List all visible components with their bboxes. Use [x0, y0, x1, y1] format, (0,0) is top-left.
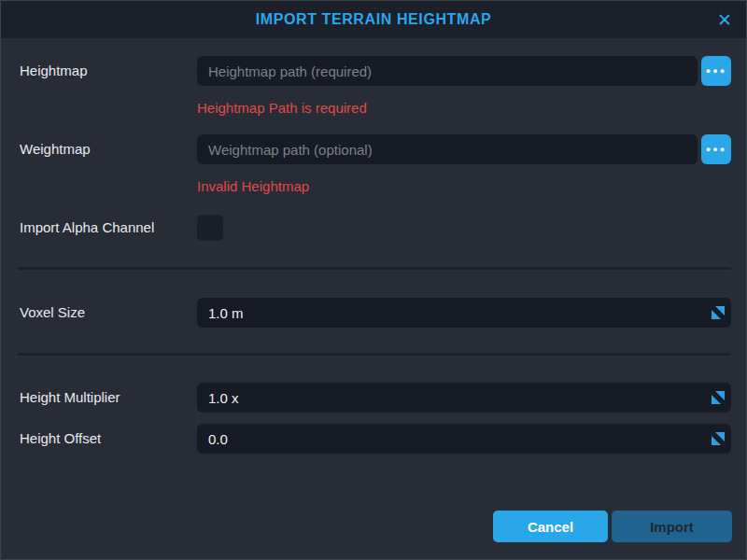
weightmap-error-text: Invalid Heightmap — [197, 178, 309, 194]
weightmap-browse-button[interactable]: ●●● — [701, 134, 731, 164]
divider — [18, 353, 731, 356]
divider — [18, 267, 731, 270]
weightmap-label: Weightmap — [20, 134, 91, 164]
heightmap-path-input[interactable] — [197, 56, 698, 86]
height-offset-label: Height Offset — [20, 424, 101, 454]
height-multiplier-label: Height Multiplier — [20, 383, 120, 413]
voxel-size-input[interactable] — [197, 298, 731, 328]
import-terrain-heightmap-dialog: IMPORT TERRAIN HEIGHTMAP ✕ Heightmap ●●●… — [0, 0, 747, 560]
cancel-button[interactable]: Cancel — [493, 511, 608, 542]
dialog-title: IMPORT TERRAIN HEIGHTMAP — [256, 11, 492, 28]
import-alpha-channel-checkbox[interactable] — [197, 215, 223, 241]
ellipsis-icon: ●●● — [706, 66, 726, 76]
heightmap-label: Heightmap — [20, 56, 88, 86]
heightmap-browse-button[interactable]: ●●● — [701, 56, 731, 86]
height-multiplier-input[interactable] — [197, 383, 731, 413]
import-alpha-channel-label: Import Alpha Channel — [20, 213, 154, 243]
import-button[interactable]: Import — [612, 511, 732, 542]
voxel-size-label: Voxel Size — [20, 298, 85, 328]
dialog-titlebar: IMPORT TERRAIN HEIGHTMAP ✕ — [1, 1, 746, 38]
weightmap-path-input[interactable] — [197, 134, 698, 164]
ellipsis-icon: ●●● — [706, 145, 726, 154]
close-icon[interactable]: ✕ — [712, 7, 737, 32]
heightmap-error-text: Heightmap Path is required — [197, 100, 367, 116]
height-offset-input[interactable] — [197, 424, 731, 454]
